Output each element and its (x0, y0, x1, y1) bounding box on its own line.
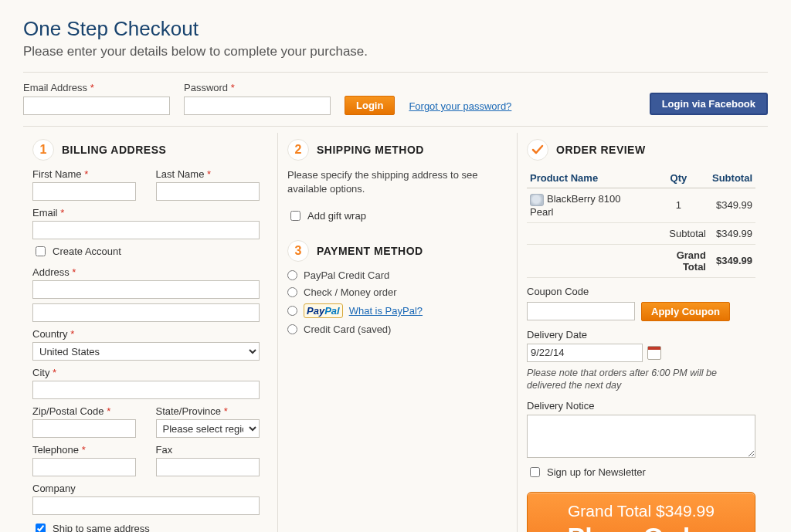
company-input[interactable] (32, 496, 260, 515)
review-heading: ORDER REVIEW (556, 144, 646, 156)
pay-paypal-cc-radio[interactable] (287, 270, 297, 280)
email-label: Email Address * (23, 82, 170, 93)
last-name-label: Last Name * (156, 168, 266, 180)
page-title: One Step Checkout (23, 17, 768, 41)
order-table: Product Name Qty Subtotal BlackBerry 810… (527, 168, 755, 278)
shipping-heading: SHIPPING METHOD (317, 144, 424, 156)
company-label: Company (32, 483, 265, 494)
pay-saved-cc-radio[interactable] (287, 324, 297, 334)
telephone-input[interactable] (32, 458, 136, 476)
delivery-notice-label: Delivery Notice (527, 400, 755, 412)
table-row: BlackBerry 8100 Pearl 1 $349.99 (527, 188, 755, 223)
step-3-badge: 3 (287, 240, 309, 262)
first-name-input[interactable] (32, 182, 136, 201)
delivery-notice-textarea[interactable] (527, 415, 755, 458)
coupon-label: Coupon Code (527, 286, 755, 297)
first-name-label: First Name * (32, 168, 142, 180)
login-row: Email Address * Password * Login Forgot … (23, 82, 768, 127)
calendar-icon[interactable] (647, 346, 661, 360)
review-check-icon (527, 139, 548, 161)
step-1-badge: 1 (32, 139, 54, 161)
th-subtotal: Subtotal (709, 168, 755, 188)
country-select[interactable]: United States (32, 342, 260, 361)
place-order-button[interactable]: Grand Total $349.99 Place Order (527, 492, 755, 532)
delivery-note: Please note that orders after 6:00 PM wi… (527, 367, 755, 393)
grand-total-row: Grand Total $349.99 (527, 244, 755, 277)
zip-label: Zip/Postal Code * (32, 405, 142, 417)
country-label: Country * (32, 328, 265, 340)
th-product: Product Name (527, 168, 648, 188)
product-qty: 1 (648, 188, 709, 223)
facebook-login-button[interactable]: Login via Facebook (650, 93, 768, 115)
delivery-date-input[interactable] (527, 344, 643, 362)
create-account-checkbox[interactable] (36, 246, 46, 256)
billing-email-input[interactable] (32, 221, 260, 239)
address-input-1[interactable] (32, 280, 260, 299)
payment-heading: PAYMENT METHOD (317, 245, 423, 257)
billing-heading: BILLING ADDRESS (62, 144, 166, 156)
pay-saved-cc-label: Credit Card (saved) (304, 324, 391, 335)
email-input[interactable] (23, 97, 170, 115)
city-label: City * (32, 367, 265, 378)
what-is-paypal-link[interactable]: What is PayPal? (349, 305, 423, 317)
fax-input[interactable] (156, 458, 260, 476)
newsletter-label: Sign up for Newsletter (547, 466, 646, 478)
divider (23, 72, 768, 73)
login-button[interactable]: Login (345, 96, 395, 115)
pay-paypal-cc-label: PayPal Credit Card (304, 269, 389, 281)
product-price: $349.99 (709, 188, 755, 223)
pay-check-label: Check / Money order (304, 286, 397, 298)
gift-wrap-label: Add gift wrap (307, 210, 366, 222)
step-2-badge: 2 (287, 139, 309, 161)
forgot-password-link[interactable]: Forgot your password? (409, 100, 511, 112)
city-input[interactable] (32, 381, 260, 399)
telephone-label: Telephone * (32, 444, 142, 456)
shipping-message: Please specify the shipping address to s… (287, 168, 504, 196)
newsletter-checkbox[interactable] (530, 467, 540, 477)
fax-label: Fax (156, 444, 266, 456)
state-select[interactable]: Please select region (156, 419, 260, 438)
address-input-2[interactable] (32, 303, 260, 322)
password-input[interactable] (184, 97, 331, 115)
pay-paypal-radio[interactable] (287, 306, 297, 316)
zip-input[interactable] (32, 419, 136, 438)
subtotal-row: Subtotal $349.99 (527, 222, 755, 244)
paypal-badge-icon: PayPal (304, 303, 343, 318)
pay-check-radio[interactable] (287, 287, 297, 297)
gift-wrap-checkbox[interactable] (290, 211, 300, 221)
last-name-input[interactable] (156, 182, 260, 201)
page-subtitle: Please enter your details below to compl… (23, 44, 768, 59)
address-label: Address * (32, 266, 265, 278)
product-icon (530, 194, 544, 206)
delivery-date-label: Delivery Date (527, 329, 755, 341)
ship-same-label: Ship to same address (53, 523, 150, 532)
password-label: Password * (184, 82, 331, 93)
apply-coupon-button[interactable]: Apply Coupon (641, 302, 730, 321)
state-label: State/Province * (156, 405, 266, 417)
th-qty: Qty (648, 168, 709, 188)
create-account-label: Create Account (53, 246, 121, 257)
ship-same-checkbox[interactable] (36, 524, 46, 532)
billing-email-label: Email * (32, 207, 265, 219)
coupon-input[interactable] (527, 302, 635, 320)
